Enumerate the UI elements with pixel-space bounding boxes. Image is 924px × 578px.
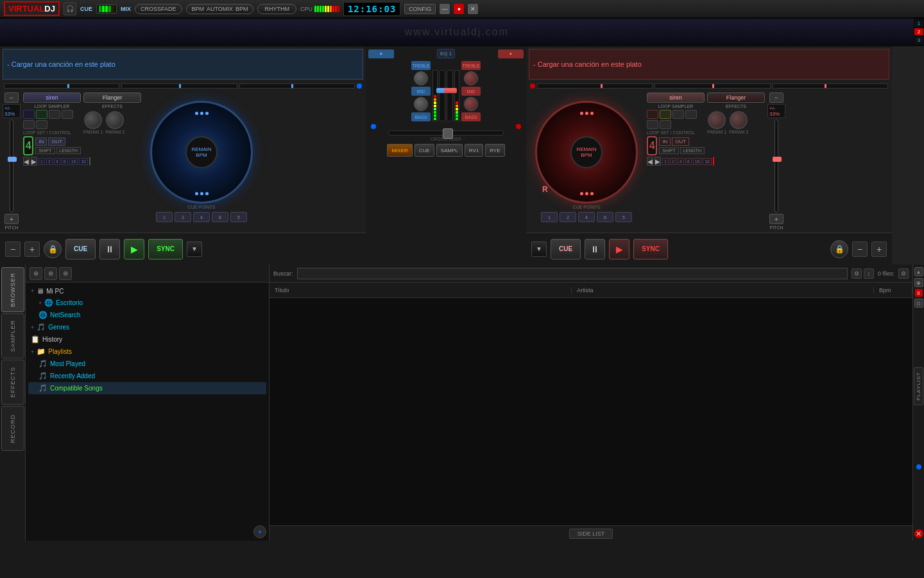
left-mult-16[interactable]: 16: [69, 158, 78, 165]
left-pitch-track[interactable]: [10, 119, 13, 213]
search-settings-icon[interactable]: ⚙: [851, 268, 862, 279]
crossfader-track[interactable]: [388, 130, 504, 136]
left-pause-btn[interactable]: ⏸: [99, 239, 120, 259]
left-loop-btn-r[interactable]: [23, 110, 35, 119]
left-mult-2[interactable]: 2: [46, 158, 53, 165]
right-loop-btn-4[interactable]: [685, 110, 697, 119]
left-out-btn[interactable]: OUT: [48, 137, 65, 146]
tree-most-played[interactable]: 🎵 Most Played: [28, 358, 266, 370]
config-button[interactable]: CONFIG: [404, 4, 436, 14]
cue-mix-btn[interactable]: CUE: [415, 144, 434, 157]
left-flanger-knob-1[interactable]: [84, 111, 102, 129]
right-kill-bass[interactable]: BASS: [461, 112, 481, 121]
browse-icon-1[interactable]: ⊕: [30, 267, 42, 280]
left-cue-pt-1[interactable]: 1: [156, 212, 173, 222]
right-flanger-btn[interactable]: Flanger: [707, 92, 765, 103]
left-length-btn[interactable]: LENGTH: [56, 147, 81, 154]
left-fader[interactable]: [439, 70, 445, 121]
mixer-btn[interactable]: MIXER: [387, 144, 412, 157]
right-pause-btn[interactable]: ⏸: [585, 239, 605, 259]
tree-compatible-songs[interactable]: 🎵 Compatible Songs: [28, 382, 266, 394]
right-pitch-down[interactable]: −: [769, 92, 783, 103]
left-pitch-thumb[interactable]: [8, 157, 17, 162]
right-prev-btn[interactable]: ◀: [647, 157, 653, 166]
left-cue-pt-4[interactable]: 8: [212, 212, 228, 222]
left-mid-knob[interactable]: [414, 97, 428, 111]
left-nav-btn[interactable]: [371, 124, 376, 129]
close-button[interactable]: ✕: [468, 4, 478, 14]
left-down-arrow[interactable]: ▼: [187, 241, 202, 257]
right-cue-pt-2[interactable]: 2: [560, 212, 576, 222]
right-down-arrow[interactable]: ▼: [531, 241, 547, 257]
right-next-btn[interactable]: ▶: [654, 157, 661, 166]
right-eq-slider-2[interactable]: [654, 83, 770, 89]
right-kill-mid[interactable]: MID: [461, 87, 481, 96]
left-cue-pt-2[interactable]: 2: [175, 212, 191, 222]
file-settings-icon[interactable]: ⚙: [898, 268, 909, 279]
browser-tab[interactable]: BROWSER: [1, 267, 24, 312]
crossfade-btn[interactable]: CROSSFADE: [135, 4, 182, 14]
bpm-area[interactable]: BPM AUTOMIX BPM: [186, 4, 254, 14]
right-pitch-track[interactable]: [774, 119, 778, 213]
right-flanger-knob-1[interactable]: [708, 111, 726, 129]
browse-icon-3[interactable]: ⊕: [59, 267, 72, 280]
right-play-btn[interactable]: ▶: [609, 239, 629, 259]
left-loop-btn-5[interactable]: [23, 120, 35, 129]
tree-history[interactable]: 📋 History: [28, 333, 266, 346]
right-loop-btn-6[interactable]: [660, 120, 671, 129]
left-eq-slider-2[interactable]: [121, 83, 237, 89]
left-siren-btn[interactable]: siren: [23, 92, 81, 103]
left-turntable[interactable]: REMAIN BPM: [150, 101, 253, 204]
left-vol-up[interactable]: +: [24, 241, 40, 257]
left-sync-button[interactable]: SYNC: [148, 239, 183, 259]
rhythm-btn[interactable]: RHYTHM: [257, 4, 296, 14]
right-loop-btn-1[interactable]: [647, 110, 658, 119]
right-mult-16[interactable]: 16: [693, 158, 702, 165]
right-mult-1[interactable]: 1: [662, 158, 669, 165]
effects-tab[interactable]: EFFECTS: [1, 360, 24, 405]
crossfader-thumb[interactable]: [443, 128, 453, 139]
right-fader-thumb[interactable]: [444, 88, 457, 93]
left-loop-btn-6[interactable]: [36, 120, 47, 129]
headphone-icon[interactable]: 🎧: [64, 3, 76, 15]
right-length-btn[interactable]: LENGTH: [680, 147, 705, 154]
right-nav-btn[interactable]: [516, 124, 521, 129]
right-cue-pt-1[interactable]: 1: [541, 212, 558, 222]
sampl-btn[interactable]: SAMPL: [436, 144, 463, 157]
tree-escritorio[interactable]: + 🌐 Escritorio: [28, 297, 266, 309]
left-cue-pt-5[interactable]: 5: [230, 212, 247, 222]
right-vol-up[interactable]: +: [871, 241, 887, 257]
left-cue-button[interactable]: CUE: [65, 239, 96, 259]
right-pitch-thumb[interactable]: [773, 157, 782, 162]
right-mult-8[interactable]: 8: [685, 158, 692, 165]
tree-mi-pc[interactable]: + 🖥 Mi PC: [28, 285, 266, 297]
right-cue-pt-3[interactable]: 4: [578, 212, 595, 222]
sampler-tab[interactable]: SAMPLER: [1, 313, 24, 358]
left-eq-slider-3[interactable]: [239, 83, 355, 89]
right-sb-dot-blue[interactable]: [916, 464, 921, 469]
tree-genres[interactable]: + 🎵 Genres: [28, 321, 266, 333]
right-mid-knob[interactable]: [464, 97, 478, 111]
right-in-btn[interactable]: IN: [659, 137, 671, 146]
browser-corner-btn[interactable]: ●: [253, 525, 266, 538]
browse-icon-2[interactable]: ⊕: [44, 267, 57, 280]
left-pitch-up[interactable]: +: [4, 214, 19, 224]
left-eq-slider-1[interactable]: [4, 83, 119, 89]
right-mult-2[interactable]: 2: [670, 158, 676, 165]
right-mult-4[interactable]: 4: [678, 158, 684, 165]
rv1-btn[interactable]: RV1: [465, 144, 483, 157]
left-in-btn[interactable]: IN: [35, 137, 47, 146]
left-loop-btn-g[interactable]: [36, 110, 47, 119]
right-lock-btn[interactable]: 🔒: [830, 240, 848, 258]
right-sb-btn-3[interactable]: ⊡: [914, 299, 923, 308]
right-cue-button[interactable]: CUE: [551, 239, 581, 259]
tree-netsearch[interactable]: 🌐 NetSearch: [28, 309, 266, 321]
left-flanger-btn[interactable]: Flanger: [83, 92, 141, 103]
left-next-btn[interactable]: ▶: [31, 157, 37, 166]
right-sb-btn-1[interactable]: ▲: [914, 267, 923, 276]
right-eq-slider-1[interactable]: [537, 83, 653, 89]
eq1-label[interactable]: EQ 1: [437, 49, 455, 58]
left-mult-8[interactable]: 8: [62, 158, 68, 165]
left-loop-btn-3[interactable]: [49, 110, 60, 119]
right-sync-button[interactable]: SYNC: [633, 239, 668, 259]
